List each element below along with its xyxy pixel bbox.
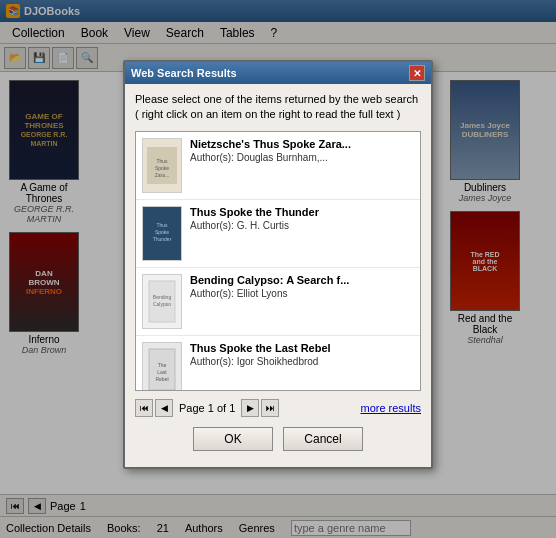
next-result-btn[interactable]: ▶ (241, 399, 259, 417)
pagination: ⏮ ◀ Page 1 of 1 ▶ ⏭ more results (135, 397, 421, 419)
more-results-link[interactable]: more results (360, 402, 421, 414)
svg-text:Thus: Thus (156, 158, 168, 164)
result-item-3[interactable]: The Last Rebel Thus Spoke the Last Rebel… (136, 336, 420, 391)
svg-text:Rebel: Rebel (155, 376, 168, 382)
result-thumb-3: The Last Rebel (142, 342, 182, 391)
result-thumb-0: Thus Spoke Zara... (142, 138, 182, 193)
result-author-0: Author(s): Douglas Burnham,... (190, 152, 414, 163)
cancel-button[interactable]: Cancel (283, 427, 363, 451)
dialog-title-bar: Web Search Results ✕ (125, 62, 431, 84)
result-item-2[interactable]: Bending Calypso Bending Calypso: A Searc… (136, 268, 420, 336)
svg-text:Spoke: Spoke (155, 229, 169, 235)
svg-text:Zara...: Zara... (155, 172, 169, 178)
result-info-1: Thus Spoke the Thunder Author(s): G. H. … (190, 206, 414, 231)
dialog-body: Please select one of the items returned … (125, 84, 431, 467)
pagination-controls: ⏮ ◀ Page 1 of 1 ▶ ⏭ (135, 399, 279, 417)
result-info-3: Thus Spoke the Last Rebel Author(s): Igo… (190, 342, 414, 367)
results-container[interactable]: Thus Spoke Zara... Nietzsche's Thus Spok… (135, 131, 421, 391)
result-item-0[interactable]: Thus Spoke Zara... Nietzsche's Thus Spok… (136, 132, 420, 200)
result-author-3: Author(s): Igor Shoikhedbrod (190, 356, 414, 367)
dialog-description-line2: ( right click on an item on the right to… (135, 108, 400, 120)
result-info-2: Bending Calypso: A Search f... Author(s)… (190, 274, 414, 299)
dialog-title: Web Search Results (131, 67, 237, 79)
first-result-btn[interactable]: ⏮ (135, 399, 153, 417)
dialog-buttons: OK Cancel (135, 427, 421, 459)
result-thumb-2: Bending Calypso (142, 274, 182, 329)
result-title-0: Nietzsche's Thus Spoke Zara... (190, 138, 414, 150)
svg-text:Last: Last (157, 369, 167, 375)
svg-text:Bending: Bending (153, 294, 172, 300)
result-title-3: Thus Spoke the Last Rebel (190, 342, 414, 354)
svg-text:Thus: Thus (156, 222, 168, 228)
result-title-1: Thus Spoke the Thunder (190, 206, 414, 218)
result-author-1: Author(s): G. H. Curtis (190, 220, 414, 231)
result-author-2: Author(s): Elliot Lyons (190, 288, 414, 299)
result-item-1[interactable]: Thus Spoke Thunder Thus Spoke the Thunde… (136, 200, 420, 268)
dialog-close-button[interactable]: ✕ (409, 65, 425, 81)
result-info-0: Nietzsche's Thus Spoke Zara... Author(s)… (190, 138, 414, 163)
ok-button[interactable]: OK (193, 427, 273, 451)
dialog-description-line1: Please select one of the items returned … (135, 93, 418, 105)
result-title-2: Bending Calypso: A Search f... (190, 274, 414, 286)
dialog-overlay: Web Search Results ✕ Please select one o… (0, 0, 556, 538)
result-thumb-1: Thus Spoke Thunder (142, 206, 182, 261)
page-info: Page 1 of 1 (179, 402, 235, 414)
svg-text:Calypso: Calypso (153, 301, 171, 307)
svg-text:Spoke: Spoke (155, 165, 169, 171)
svg-text:The: The (158, 362, 167, 368)
last-result-btn[interactable]: ⏭ (261, 399, 279, 417)
prev-result-btn[interactable]: ◀ (155, 399, 173, 417)
dialog-description: Please select one of the items returned … (135, 92, 421, 123)
svg-text:Thunder: Thunder (153, 236, 172, 242)
web-search-dialog: Web Search Results ✕ Please select one o… (123, 60, 433, 469)
